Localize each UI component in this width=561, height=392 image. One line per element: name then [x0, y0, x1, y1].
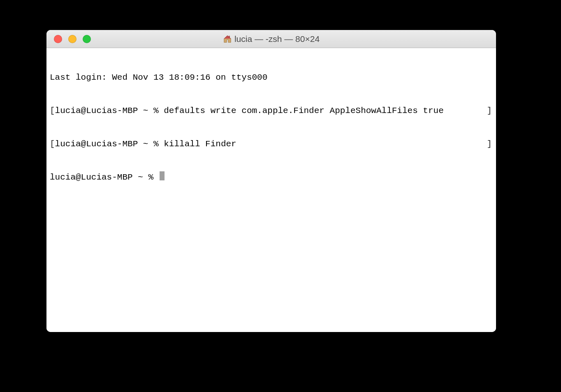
command-text: defaults write com.apple.Finder AppleSho…: [164, 105, 444, 116]
prompt-text: lucia@Lucias-MBP ~ %: [50, 172, 159, 183]
svg-rect-0: [229, 36, 230, 37]
minimize-button[interactable]: [68, 35, 76, 43]
terminal-line: [lucia@Lucias-MBP ~ % defaults write com…: [50, 105, 493, 116]
terminal-window: lucia — -zsh — 80×24 Last login: Wed Nov…: [46, 30, 496, 332]
home-icon: [223, 35, 232, 44]
titlebar[interactable]: lucia — -zsh — 80×24: [46, 30, 496, 48]
bracket-left: [: [50, 138, 55, 150]
maximize-button[interactable]: [83, 35, 91, 43]
traffic-lights: [46, 35, 91, 43]
bracket-left: [: [50, 105, 55, 116]
terminal-line-current: lucia@Lucias-MBP ~ %: [50, 172, 493, 183]
cursor-icon: [160, 171, 165, 180]
bracket-right: ]: [487, 138, 493, 150]
last-login-text: Last login: Wed Nov 13 18:09:16 on ttys0…: [50, 72, 267, 83]
bracket-right: ]: [487, 105, 493, 116]
terminal-line: [lucia@Lucias-MBP ~ % killall Finder]: [50, 138, 493, 150]
command-text: killall Finder: [164, 138, 236, 150]
terminal-body[interactable]: Last login: Wed Nov 13 18:09:16 on ttys0…: [46, 48, 496, 332]
close-button[interactable]: [54, 35, 62, 43]
prompt-text: lucia@Lucias-MBP ~ %: [55, 105, 164, 116]
prompt-text: lucia@Lucias-MBP ~ %: [55, 138, 164, 150]
terminal-line-last-login: Last login: Wed Nov 13 18:09:16 on ttys0…: [50, 72, 493, 83]
window-title: lucia — -zsh — 80×24: [234, 34, 320, 44]
window-title-area: lucia — -zsh — 80×24: [46, 34, 496, 44]
